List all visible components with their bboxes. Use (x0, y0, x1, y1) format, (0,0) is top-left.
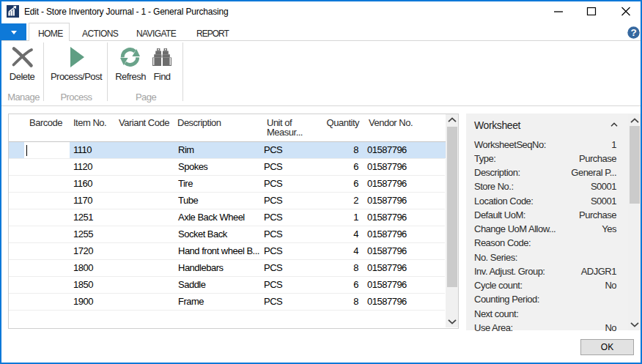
svg-text:?: ? (630, 27, 636, 38)
